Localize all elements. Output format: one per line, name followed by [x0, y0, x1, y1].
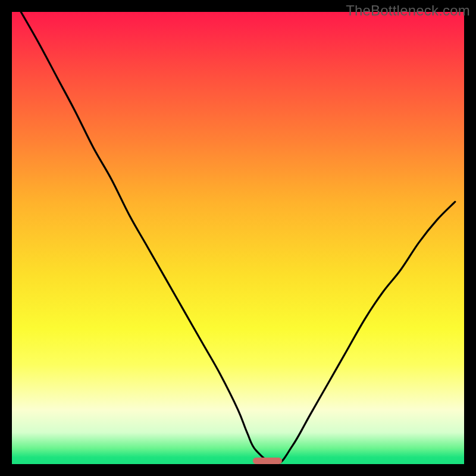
optimal-range-marker [253, 458, 282, 464]
plot-area [12, 12, 464, 464]
chart-frame: TheBottleneck.com [0, 0, 476, 476]
bottleneck-curve [12, 12, 464, 464]
watermark-text: TheBottleneck.com [346, 2, 470, 19]
